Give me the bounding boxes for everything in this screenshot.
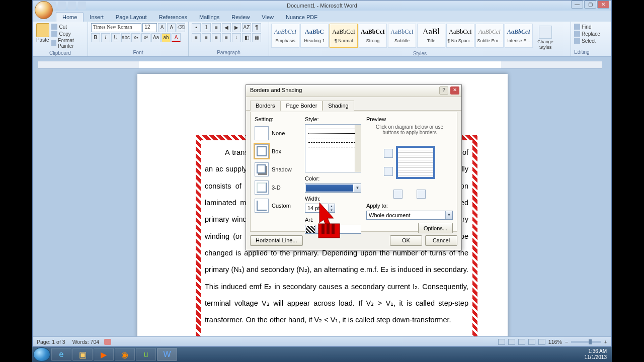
tab-page-layout[interactable]: Page Layout — [110, 13, 153, 22]
width-spinner-buttons[interactable]: ▲▼ — [328, 204, 335, 212]
taskbar-app-icon[interactable]: u — [136, 348, 156, 361]
setting-3d[interactable]: 3-D — [255, 178, 300, 197]
view-draft-button[interactable] — [538, 339, 545, 345]
line-spacing-button[interactable]: ↕ — [232, 33, 241, 42]
view-full-screen-button[interactable] — [508, 339, 515, 345]
multilevel-button[interactable]: ≡ — [212, 23, 221, 32]
style-nospacing[interactable]: AaBbCcI¶ No Spaci... — [446, 24, 474, 48]
preview-right-button[interactable] — [417, 190, 426, 199]
justify-button[interactable]: ≡ — [222, 33, 231, 42]
subscript-button[interactable]: x₂ — [131, 33, 140, 42]
strike-button[interactable]: abc — [121, 33, 130, 42]
zoom-in-button[interactable]: + — [604, 339, 607, 345]
replace-button[interactable]: Replace — [574, 30, 608, 37]
style-list[interactable] — [305, 124, 361, 172]
align-left-button[interactable]: ≡ — [192, 33, 201, 42]
format-painter-button[interactable]: Format Painter — [51, 37, 85, 49]
dialog-help-button[interactable]: ? — [439, 86, 448, 95]
font-color-button[interactable]: A — [172, 33, 181, 42]
style-strong[interactable]: AaBbCcIStrong — [359, 24, 387, 48]
zoom-slider[interactable] — [571, 341, 601, 343]
system-tray[interactable]: 1:36 AM 11/1/2013 — [585, 348, 611, 360]
qat-print-icon[interactable] — [78, 2, 86, 10]
tab-borders[interactable]: Borders — [250, 101, 281, 111]
find-button[interactable]: Find — [574, 23, 608, 30]
style-subtle-em[interactable]: AaBbCcISubtle Em... — [475, 24, 504, 48]
setting-box[interactable]: Box — [255, 142, 300, 160]
taskbar-media-icon[interactable]: ▶ — [94, 348, 114, 361]
tab-shading[interactable]: Shading — [323, 101, 354, 111]
align-right-button[interactable]: ≡ — [212, 33, 221, 42]
art-combo[interactable]: ▼ — [305, 225, 361, 234]
style-heading1[interactable]: AaBbCHeading 1 — [300, 24, 329, 48]
show-marks-button[interactable]: ¶ — [252, 23, 261, 32]
change-styles-button[interactable]: Change Styles — [534, 24, 557, 50]
taskbar-ie-icon[interactable]: e — [51, 348, 71, 361]
style-scrollbar[interactable] — [355, 125, 361, 172]
horizontal-line-button[interactable]: Horizontal Line... — [250, 235, 303, 246]
taskbar-explorer-icon[interactable]: ▣ — [72, 348, 93, 361]
ok-button[interactable]: OK — [390, 235, 422, 246]
clear-format-button[interactable]: ⌫ — [177, 23, 185, 32]
setting-none[interactable]: None — [255, 124, 300, 142]
tab-view[interactable]: View — [256, 13, 280, 22]
style-title[interactable]: AaBlTitle — [417, 24, 445, 48]
zoom-out-button[interactable]: − — [565, 339, 568, 345]
font-size-input[interactable]: 12 — [142, 23, 156, 32]
bold-button[interactable]: B — [91, 33, 100, 42]
taskbar-firefox-icon[interactable]: ◉ — [115, 348, 135, 361]
taskbar-word-icon[interactable]: W — [157, 348, 177, 361]
width-spinner[interactable]: 14 pt ▲▼ — [305, 204, 335, 213]
italic-button[interactable]: I — [101, 33, 110, 42]
apply-to-combo[interactable]: Whole document▼ — [366, 211, 453, 220]
increase-indent-button[interactable]: ▶ — [232, 23, 241, 32]
setting-custom[interactable]: Custom — [255, 197, 300, 215]
cancel-button[interactable]: Cancel — [425, 235, 457, 246]
tab-nuance-pdf[interactable]: Nuance PDF — [280, 13, 324, 22]
minimize-button[interactable]: — — [571, 1, 583, 9]
align-center-button[interactable]: ≡ — [202, 33, 211, 42]
tab-home[interactable]: Home — [56, 12, 84, 22]
maximize-button[interactable]: ▢ — [584, 1, 596, 9]
bullets-button[interactable]: • — [192, 23, 201, 32]
view-print-layout-button[interactable] — [498, 339, 505, 345]
color-combo[interactable]: ▼ — [305, 184, 361, 193]
preview-top-button[interactable] — [384, 149, 393, 158]
paste-button[interactable]: Paste — [36, 23, 49, 49]
close-button[interactable]: ✕ — [597, 1, 609, 9]
view-web-button[interactable] — [518, 339, 525, 345]
superscript-button[interactable]: x² — [141, 33, 150, 42]
style-subtitle[interactable]: AaBbCcISubtitle — [388, 24, 416, 48]
status-words[interactable]: Words: 704 — [72, 339, 100, 345]
grow-font-button[interactable]: A — [158, 23, 167, 32]
shading-button[interactable]: ◧ — [242, 33, 251, 42]
underline-button[interactable]: U — [111, 33, 120, 42]
dialog-title-bar[interactable]: Borders and Shading ? ✕ — [246, 85, 461, 97]
preview-left-button[interactable] — [393, 190, 403, 199]
status-page[interactable]: Page: 1 of 3 — [37, 339, 65, 345]
font-name-input[interactable]: Times New Roman — [91, 23, 141, 32]
tab-insert[interactable]: Insert — [84, 13, 110, 22]
options-button[interactable]: Options... — [418, 223, 453, 233]
qat-redo-icon[interactable] — [68, 2, 76, 10]
setting-shadow[interactable]: Shadow — [255, 160, 300, 178]
style-emphasis[interactable]: AaBbCcIEmphasis — [271, 24, 299, 48]
style-intense-em[interactable]: AaBbCcIIntense E... — [505, 24, 533, 48]
start-button[interactable] — [33, 347, 50, 361]
numbering-button[interactable]: 1 — [202, 23, 211, 32]
office-button[interactable] — [35, 1, 53, 19]
tab-page-border[interactable]: Page Border — [281, 101, 323, 111]
tab-review[interactable]: Review — [225, 13, 256, 22]
preview-bottom-button[interactable] — [384, 167, 393, 176]
horizontal-ruler[interactable] — [38, 61, 602, 69]
qat-undo-icon[interactable] — [58, 2, 66, 10]
change-case-button[interactable]: Aa — [151, 33, 160, 42]
select-button[interactable]: Select — [574, 37, 608, 44]
shrink-font-button[interactable]: A — [167, 23, 176, 32]
copy-button[interactable]: Copy — [51, 30, 85, 37]
decrease-indent-button[interactable]: ◀ — [222, 23, 231, 32]
tab-references[interactable]: References — [153, 13, 193, 22]
view-outline-button[interactable] — [528, 339, 535, 345]
sort-button[interactable]: AZ — [242, 23, 251, 32]
tab-mailings[interactable]: Mailings — [193, 13, 225, 22]
